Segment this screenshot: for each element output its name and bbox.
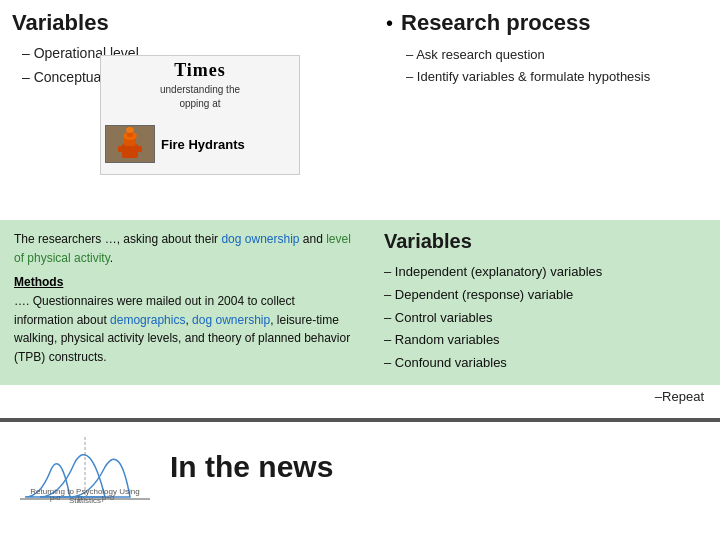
bottom-title: In the news — [170, 450, 333, 484]
right-panel-title: Research process — [401, 10, 591, 36]
list-item: Ask research question — [406, 44, 704, 66]
left-panel-title: Variables — [12, 10, 358, 36]
top-section: Variables Operational level Conceptual l… — [0, 0, 720, 220]
bottom-section: μ-σ μ μ+σ Returning to Psychology Using … — [0, 422, 720, 512]
middle-right: Variables Independent (explanatory) vari… — [370, 220, 720, 385]
middle-left: The researchers …, asking about their do… — [0, 220, 370, 385]
svg-rect-2 — [134, 146, 142, 152]
article-intro: The researchers …, asking about their do… — [14, 230, 356, 267]
fire-hydrant-area: Fire Hydrants — [105, 125, 245, 163]
left-panel: Variables Operational level Conceptual l… — [0, 0, 370, 220]
variables-title: Variables — [384, 230, 706, 253]
bell-curve-area: μ-σ μ μ+σ Returning to Psychology Using … — [20, 432, 150, 502]
middle-section: The researchers …, asking about their do… — [0, 220, 720, 385]
fire-hydrant-label: Fire Hydrants — [161, 137, 245, 152]
bottom-image-label: Returning to Psychology Using Statistics — [20, 487, 150, 507]
bullet-dot: • — [386, 12, 393, 35]
fire-hydrant-image — [105, 125, 155, 163]
repeat-label: Repeat — [662, 389, 704, 404]
repeat-section: – Repeat — [0, 385, 720, 408]
list-item: Independent (explanatory) variables — [384, 261, 706, 284]
variables-list: Independent (explanatory) variables Depe… — [384, 261, 706, 375]
svg-point-6 — [126, 127, 134, 133]
list-item: Control variables — [384, 307, 706, 330]
newspaper-title: Times — [174, 60, 226, 81]
list-item: Identify variables & formulate hypothesi… — [406, 66, 704, 88]
methods-title: Methods — [14, 275, 356, 289]
right-panel: • Research process Ask research question… — [370, 0, 720, 220]
list-item: Confound variables — [384, 352, 706, 375]
methods-text: …. Questionnaires were mailed out in 200… — [14, 292, 356, 366]
list-item: Random variables — [384, 329, 706, 352]
svg-rect-1 — [118, 146, 126, 152]
list-item: Dependent (response) variable — [384, 284, 706, 307]
right-panel-header: • Research process — [386, 10, 704, 36]
newspaper-subtext: understanding the opping at — [160, 83, 240, 111]
right-panel-items: Ask research question Identify variables… — [406, 44, 704, 88]
